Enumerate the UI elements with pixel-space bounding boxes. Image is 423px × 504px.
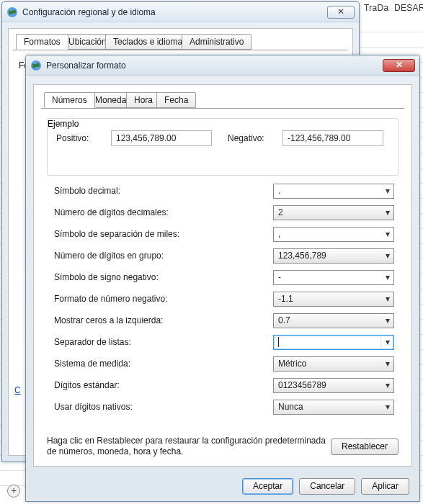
thousands-sep-value: , bbox=[278, 229, 381, 239]
bg-column-header-2: DESARRO bbox=[394, 3, 423, 13]
thousands-sep-label: Símbolo de separación de miles: bbox=[54, 229, 273, 239]
decimal-digits-label: Número de dígitos decimales: bbox=[54, 207, 273, 217]
std-digits-combo[interactable]: 0123456789 ▾ bbox=[273, 378, 394, 393]
chevron-down-icon: ▾ bbox=[381, 380, 393, 390]
example-legend: Ejemplo bbox=[48, 119, 79, 129]
neg-format-combo[interactable]: -1.1 ▾ bbox=[273, 292, 394, 307]
measure-combo[interactable]: Métrico ▾ bbox=[273, 356, 394, 372]
chevron-down-icon: ▾ bbox=[381, 294, 393, 304]
globe-icon bbox=[6, 6, 18, 18]
chevron-down-icon: ▾ bbox=[381, 207, 393, 217]
list-sep-label: Separador de listas: bbox=[54, 337, 273, 347]
text-caret bbox=[278, 337, 279, 347]
tab-administrativo[interactable]: Administrativo bbox=[182, 34, 251, 50]
reset-button[interactable]: Restablecer bbox=[331, 438, 398, 455]
chevron-down-icon: ▾ bbox=[381, 272, 393, 282]
region-close-button[interactable]: ✕ bbox=[327, 6, 355, 19]
list-sep-value bbox=[278, 337, 381, 347]
reset-description: Haga clic en Restablecer para restaurar … bbox=[47, 436, 331, 457]
digits-group-value: 123,456,789 bbox=[278, 251, 381, 261]
list-sep-combo[interactable]: ▾ bbox=[273, 335, 394, 350]
example-groupbox: Ejemplo Positivo: 123,456,789.00 Negativ… bbox=[47, 118, 398, 176]
decimal-symbol-combo[interactable]: . ▾ bbox=[273, 184, 394, 199]
native-digits-label: Usar dígitos nativos: bbox=[54, 402, 273, 412]
ok-button[interactable]: Aceptar bbox=[242, 478, 293, 495]
subtab-fecha[interactable]: Fecha bbox=[156, 92, 196, 108]
decimal-digits-combo[interactable]: 2 ▾ bbox=[273, 205, 394, 220]
neg-symbol-combo[interactable]: - ▾ bbox=[273, 270, 394, 285]
customize-titlebar[interactable]: Personalizar formato ✕ bbox=[26, 55, 419, 76]
tab-formatos[interactable]: Formatos bbox=[16, 34, 68, 50]
decimal-symbol-label: Símbolo decimal: bbox=[54, 186, 273, 196]
add-row-button[interactable]: + bbox=[7, 485, 20, 498]
tab-divider bbox=[13, 50, 348, 50]
dialog-footer: Aceptar Cancelar Aplicar bbox=[26, 471, 419, 501]
chevron-down-icon: ▾ bbox=[381, 229, 393, 239]
lead-zeros-value: 0.7 bbox=[278, 315, 381, 325]
chevron-down-icon: ▾ bbox=[381, 337, 393, 347]
region-titlebar[interactable]: Configuración regional y de idioma ✕ bbox=[2, 2, 359, 22]
digits-group-label: Número de dígitos en grupo: bbox=[54, 251, 273, 261]
native-digits-value: Nunca bbox=[278, 402, 381, 412]
lead-zeros-combo[interactable]: 0.7 ▾ bbox=[273, 313, 394, 328]
chevron-down-icon: ▾ bbox=[381, 402, 393, 412]
subtab-divider bbox=[41, 108, 404, 109]
chevron-down-icon: ▾ bbox=[381, 315, 393, 325]
digits-group-combo[interactable]: 123,456,789 ▾ bbox=[273, 248, 394, 264]
example-positive-value: 123,456,789.00 bbox=[111, 130, 212, 146]
example-negative-label: Negativo: bbox=[228, 133, 282, 143]
thousands-sep-combo[interactable]: , ▾ bbox=[273, 227, 394, 242]
customize-close-button[interactable]: ✕ bbox=[383, 59, 415, 72]
decimal-symbol-value: . bbox=[278, 186, 381, 196]
region-window-title: Configuración regional y de idioma bbox=[22, 7, 324, 17]
customize-window-title: Personalizar formato bbox=[46, 60, 380, 71]
customize-format-window: Personalizar formato ✕ Números Moneda Ho… bbox=[25, 55, 420, 502]
std-digits-value: 0123456789 bbox=[278, 380, 381, 390]
example-positive-label: Positivo: bbox=[56, 133, 111, 143]
apply-button[interactable]: Aplicar bbox=[361, 478, 409, 495]
bg-column-header-1: TraDa bbox=[364, 3, 388, 13]
decimal-digits-value: 2 bbox=[278, 207, 381, 217]
neg-format-value: -1.1 bbox=[278, 294, 381, 304]
neg-symbol-label: Símbolo de signo negativo: bbox=[54, 272, 273, 282]
neg-symbol-value: - bbox=[278, 272, 381, 282]
cancel-button[interactable]: Cancelar bbox=[299, 478, 355, 495]
subtab-numeros[interactable]: Números bbox=[44, 92, 95, 108]
measure-label: Sistema de medida: bbox=[54, 359, 273, 369]
number-settings-form: Símbolo decimal: . ▾ Número de dígitos d… bbox=[54, 180, 394, 418]
globe-icon bbox=[30, 60, 42, 71]
example-negative-value: -123,456,789.00 bbox=[282, 130, 383, 146]
neg-format-label: Formato de número negativo: bbox=[54, 294, 273, 304]
std-digits-label: Dígitos estándar: bbox=[54, 380, 273, 390]
chevron-down-icon: ▾ bbox=[381, 359, 393, 369]
measure-value: Métrico bbox=[278, 359, 381, 369]
subtab-hora[interactable]: Hora bbox=[126, 92, 161, 108]
customize-panel: Números Moneda Hora Fecha Ejemplo Positi… bbox=[33, 84, 412, 467]
lead-zeros-label: Mostrar ceros a la izquierda: bbox=[54, 315, 273, 325]
native-digits-combo[interactable]: Nunca ▾ bbox=[273, 400, 394, 415]
chevron-down-icon: ▾ bbox=[381, 186, 393, 196]
partial-link[interactable]: C bbox=[14, 385, 21, 395]
chevron-down-icon: ▾ bbox=[381, 251, 393, 261]
